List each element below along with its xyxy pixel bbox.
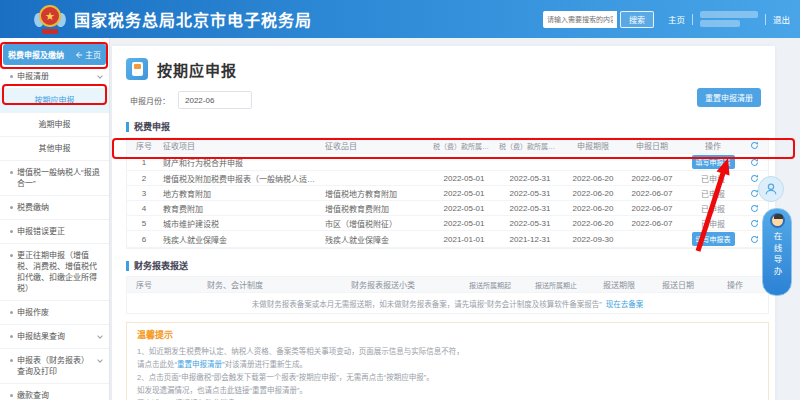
sidebar-item-correct-previous-declaration[interactable]: 更正往期申报（增值税、消费税、增值税代扣代缴、扣缴企业所得税） — [0, 244, 109, 301]
finance-section-title: 财务报表报送 — [126, 259, 769, 272]
refresh-icon[interactable] — [745, 234, 763, 245]
sidebar-item-other-declaration[interactable]: 其他申报 — [0, 137, 109, 161]
cell-declare-date — [623, 161, 681, 163]
fill-declaration-button[interactable]: 填写申报表 — [692, 232, 735, 246]
table-header-row: 序号 财务、会计制度 财务报表报送小类 报送所属期起 报送所属期止 报送期限 报… — [127, 277, 768, 293]
sidebar-item-tax-payment[interactable]: 税费缴纳 — [0, 196, 109, 220]
cell-period-start: 2022-05-01 — [431, 218, 497, 229]
sidebar-item-payment-query[interactable]: 缴款查询 — [0, 384, 109, 400]
customer-service-icon[interactable] — [758, 176, 784, 202]
redacted-user-info — [700, 11, 758, 27]
column-header: 财务、会计制度 — [161, 278, 309, 291]
go-filing-link[interactable]: 现在去备案 — [606, 298, 644, 309]
refresh-icon[interactable] — [745, 140, 763, 151]
cell-period-start: 2022-05-01 — [431, 173, 497, 184]
cell-declare-date: 2022-06-07 — [623, 188, 681, 199]
page-title-icon — [126, 58, 148, 80]
declared-status: 已申报 — [701, 205, 725, 214]
declared-status: 已申报 — [701, 220, 725, 229]
table-row: 4 教育费附加 增值税教育费附加 2022-05-01 2022-05-31 2… — [127, 201, 768, 216]
cell-declare-date: 2022-06-07 — [623, 173, 681, 184]
cell-item: 城市维护建设税 — [161, 217, 323, 230]
national-emblem-icon: ★ — [36, 4, 64, 34]
finance-empty-text: 未做财务报表备案或本月无需报送期，如未做财务报表备案，请先填报“财务会计制度及核… — [252, 298, 602, 309]
refresh-icon[interactable] — [745, 157, 763, 168]
chevron-down-icon — [97, 357, 103, 363]
cell-period-end: 2021-12-31 — [497, 234, 563, 245]
logout-link[interactable]: 退出 — [773, 13, 790, 25]
cell-period-end: 2022-05-31 — [497, 188, 563, 199]
tax-table: 序号 征收项目 征收品目 税（费）款所属期起 税（费）款所属期止 申报期限 申报… — [126, 137, 769, 249]
sidebar-home-link[interactable]: 主页 — [75, 49, 101, 60]
sidebar-item-declaration-result-query[interactable]: 申报结果查询 — [0, 325, 109, 349]
tip-line: 1、如近期发生税费种认定、纳税人资格、备案类等相关事项变动，页面展示信息与实际信… — [137, 345, 758, 358]
sidebar-item-declaration-invalidation[interactable]: 申报作废 — [0, 301, 109, 325]
cell-period-start: 2022-05-01 — [431, 203, 497, 214]
bullet-icon — [10, 254, 13, 257]
reset-declaration-button[interactable]: 重置申报清册 — [697, 88, 761, 107]
bullet-icon — [10, 206, 13, 209]
column-header: 操作 — [707, 278, 763, 291]
back-arrow-icon — [75, 51, 83, 59]
reset-declaration-link[interactable]: “重置申报清册” — [175, 360, 225, 369]
refresh-icon[interactable] — [745, 218, 763, 229]
finance-empty-row: 未做财务报表备案或本月无需报送期，如未做财务报表备案，请先填报“财务会计制度及核… — [127, 293, 768, 313]
cell-item: 残疾人就业保障金 — [161, 233, 323, 246]
page-title: 按期应申报 — [157, 59, 237, 80]
cell-item: 教育费附加 — [161, 202, 323, 215]
cell-period-start: 2022-05-01 — [431, 188, 497, 199]
sidebar-item-overdue-declaration[interactable]: 逾期申报 — [0, 113, 109, 137]
finance-table: 序号 财务、会计制度 财务报表报送小类 报送所属期起 报送所属期止 报送期限 报… — [126, 276, 769, 314]
declared-status: 已申报 — [701, 175, 725, 184]
table-row: 6 残疾人就业保障金 残疾人就业保障金 2021-01-01 2021-12-3… — [127, 231, 768, 248]
section-bar-icon — [126, 261, 129, 271]
sidebar-item-periodic-due-declaration[interactable]: 按期应申报 — [0, 89, 109, 113]
sidebar-section-header[interactable]: 税费申报及缴纳 主页 — [3, 44, 106, 65]
cell-period-end: 2022-05-31 — [497, 173, 563, 184]
refresh-icon[interactable] — [745, 203, 763, 214]
app-header: ★ 国家税务总局北京市电子税务局 搜索 主页 退出 — [0, 0, 800, 38]
column-header: 报送期限 — [589, 278, 649, 291]
fill-declaration-button[interactable]: 填写申报表 — [692, 155, 735, 169]
divider — [692, 14, 693, 25]
sidebar-item-declaration-list[interactable]: 申报清册 — [0, 65, 109, 89]
column-header: 税（费）款所属期止 — [497, 140, 563, 152]
column-header: 申报日期 — [623, 139, 681, 152]
column-header: 财务报表报送小类 — [309, 278, 457, 291]
column-header: 报送所属期起 — [457, 279, 523, 291]
search-button[interactable]: 搜索 — [620, 11, 654, 28]
month-filter-label: 申报月份： — [130, 95, 170, 106]
sidebar-item-declaration-error-correction[interactable]: 申报错误更正 — [0, 220, 109, 244]
sidebar-item-return-query-print[interactable]: 申报表（财务报表）查询及打印 — [0, 349, 109, 384]
cell-period-end: 2022-05-31 — [497, 218, 563, 229]
cell-deadline: 2022-06-20 — [563, 203, 623, 214]
sidebar: 税费申报及缴纳 主页 申报清册 按期应申报 逾期申报 其他申报 增值税一般纳税人… — [0, 38, 110, 400]
chevron-down-icon — [97, 73, 103, 79]
cell-seq: 1 — [127, 157, 161, 168]
month-input[interactable] — [178, 91, 252, 109]
tip-line: 2、点击页面“申报缴税”即会触发下载第一个报表“按期应申报”，无需再点击“按期应… — [137, 371, 758, 384]
bullet-icon — [10, 75, 13, 78]
home-link[interactable]: 主页 — [668, 13, 685, 25]
sidebar-item-vat-general-taxpayer[interactable]: 增值税一般纳税人“报退合一” — [0, 161, 109, 196]
online-help-label: 在线导办 — [771, 232, 783, 278]
cell-item: 财产和行为税合并申报 — [161, 156, 323, 169]
cell-period-start — [431, 161, 497, 163]
tips-box: 温馨提示 1、如近期发生税费种认定、纳税人资格、备案类等相关事项变动，页面展示信… — [126, 322, 769, 400]
cell-deadline: 2022-09-30 — [563, 234, 623, 245]
bullet-icon — [10, 230, 13, 233]
app-title: 国家税务总局北京市电子税务局 — [74, 7, 312, 31]
table-row: 5 城市维护建设税 市区（增值税附征） 2022-05-01 2022-05-3… — [127, 216, 768, 231]
column-header: 序号 — [127, 139, 161, 152]
section-bar-icon — [126, 122, 129, 132]
column-header: 申报期限 — [563, 139, 623, 152]
column-header: 税（费）款所属期起 — [431, 140, 497, 152]
cell-subitem: 增值税教育费附加 — [323, 202, 431, 215]
search-input[interactable] — [543, 11, 617, 28]
main-card: 按期应申报 申报月份： 重置申报清册 税费申报 序号 征收项目 征收品目 税（费… — [112, 46, 775, 400]
online-help-widget[interactable]: 在线导办 — [762, 208, 792, 296]
cell-declare-date: 2022-06-07 — [623, 218, 681, 229]
cell-subitem: 残疾人就业保障金 — [323, 233, 431, 246]
column-header: 报送所属期止 — [523, 279, 589, 291]
cell-item: 增值税及附加税费申报表（一般纳税人适用） — [161, 172, 323, 185]
